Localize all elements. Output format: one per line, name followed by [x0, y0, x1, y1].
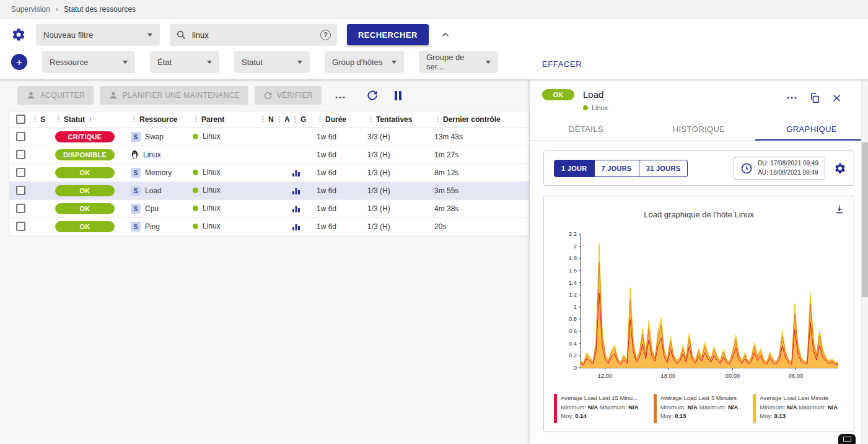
more-actions-icon[interactable] [334, 89, 346, 102]
date-range-picker[interactable]: DU: 17/08/2021 09:49 AU: 18/08/2021 09:4… [734, 157, 825, 180]
col-header-graph[interactable]: ⋮G [292, 111, 317, 128]
drag-handle-icon[interactable]: ⋮ [292, 115, 299, 123]
service-icon: S [131, 168, 141, 178]
panel-more-icon[interactable] [786, 92, 798, 104]
check-button[interactable]: VÉRIFIER [255, 86, 322, 105]
col-header-notes[interactable]: ⋮N [260, 111, 276, 128]
period-31days-button[interactable]: 31 JOURS [639, 160, 688, 177]
col-header-parent[interactable]: ⋮Parent [193, 111, 260, 128]
tab-graph[interactable]: GRAPHIQUE [755, 118, 868, 140]
table-row[interactable]: OK S Ping Linux [9, 217, 530, 235]
table-row[interactable]: DISPONIBLE S Linux [9, 146, 530, 163]
table-row[interactable]: CRITIQUE S Swap Linux [9, 128, 530, 146]
download-icon[interactable] [834, 204, 845, 215]
table-row[interactable]: OK S Memory Linux [9, 163, 530, 181]
maintenance-icon [108, 90, 118, 100]
select-all-checkbox[interactable] [16, 115, 25, 124]
collapse-filters-icon[interactable] [440, 29, 451, 40]
row-checkbox[interactable] [16, 168, 25, 177]
legend-item[interactable]: Average Load Last 5 Minutes Minimum: N/A… [654, 394, 747, 423]
drag-handle-icon[interactable]: ⋮ [193, 115, 199, 123]
graph-icon[interactable] [292, 222, 300, 231]
drag-handle-icon[interactable]: ⋮ [32, 115, 38, 123]
svg-text:0.6: 0.6 [569, 328, 577, 334]
row-checkbox[interactable] [16, 222, 25, 231]
tab-details[interactable]: DÉTAILS [530, 118, 642, 140]
action-cell [276, 128, 292, 146]
graph-icon[interactable] [292, 168, 300, 177]
col-header-resource[interactable]: ⋮Ressource [131, 111, 193, 128]
action-cell [276, 163, 292, 181]
row-checkbox[interactable] [16, 204, 25, 213]
up-status-dot [583, 105, 588, 110]
period-button-group: 1 JOUR 7 JOURS 31 JOURS [554, 160, 688, 177]
row-duration: 1w 6d [317, 163, 367, 181]
row-duration: 1w 6d [317, 181, 367, 199]
period-7days-button[interactable]: 7 JOURS [595, 160, 639, 177]
copy-icon[interactable] [809, 92, 820, 103]
drag-handle-icon[interactable]: ⋮ [276, 115, 283, 123]
col-header-action[interactable]: ⋮A [276, 111, 292, 128]
table-row[interactable]: OK S Load Linux [9, 181, 530, 199]
acknowledge-button[interactable]: ACQUITTER [17, 86, 94, 105]
row-checkbox[interactable] [16, 132, 25, 141]
row-checkbox[interactable] [16, 150, 25, 159]
legend-item[interactable]: Average Load Last 15 Minu... Minimum: N/… [554, 394, 647, 423]
criteria-select-state[interactable]: État [150, 51, 219, 73]
col-header-duration[interactable]: ⋮Durée [317, 111, 367, 128]
criteria-select-hostgroup[interactable]: Group d'hôtes [325, 51, 404, 73]
breadcrumb-item-supervision[interactable]: Supervision [11, 5, 50, 14]
panel-scrollbar[interactable] [861, 79, 868, 444]
action-cell [276, 146, 292, 163]
service-icon: S [131, 132, 141, 142]
parent-wrap: Linux [193, 168, 221, 176]
col-header-last-check[interactable]: ⋮Dernier contrôle [434, 111, 530, 128]
drag-handle-icon[interactable]: ⋮ [367, 115, 374, 123]
settings-icon[interactable] [11, 27, 26, 42]
set-maintenance-button[interactable]: PLANIFIER UNE MAINTENANCE [100, 86, 248, 105]
resource-name: Memory [145, 168, 172, 177]
criteria-label: Groupe de ser... [426, 53, 480, 71]
graph-settings-icon[interactable] [834, 162, 846, 175]
graph-icon[interactable] [292, 186, 300, 195]
row-checkbox[interactable] [16, 186, 25, 195]
close-icon[interactable] [831, 93, 842, 103]
scrollbar-thumb[interactable] [862, 142, 868, 297]
drag-handle-icon[interactable]: ⋮ [55, 115, 62, 123]
service-icon: S [131, 222, 141, 232]
criteria-select-resource[interactable]: Ressource [42, 51, 135, 73]
graph-icon[interactable] [292, 204, 300, 213]
sort-asc-icon[interactable]: ↑ [89, 115, 92, 124]
col-header-status[interactable]: ⋮Statut↑ [55, 111, 131, 128]
help-icon[interactable]: ? [320, 30, 331, 40]
chevron-down-icon [392, 61, 397, 64]
table-row[interactable]: OK S Cpu Linux [9, 199, 530, 217]
col-header-severity[interactable]: ⋮S [32, 111, 55, 128]
add-criteria-button[interactable]: + [11, 54, 27, 70]
svg-text:1.4: 1.4 [569, 279, 577, 286]
tab-history[interactable]: HISTORIQUE [642, 118, 755, 140]
action-cell [276, 199, 292, 217]
load-chart[interactable]: 00.20.40.60.811.21.41.61.822.212:0018:00… [553, 228, 844, 384]
drag-handle-icon[interactable]: ⋮ [260, 115, 266, 123]
clear-filters-button[interactable]: EFFACER [542, 59, 582, 69]
criteria-select-status[interactable]: Statut [234, 51, 310, 73]
drag-handle-icon[interactable]: ⋮ [434, 115, 441, 123]
pip-button[interactable] [838, 434, 856, 444]
col-header-tries[interactable]: ⋮Tentatives [367, 111, 434, 128]
search-button[interactable]: RECHERCHER [347, 24, 429, 45]
main-content: ACQUITTER PLANIFIER UNE MAINTENANCE VÉRI… [0, 79, 868, 444]
refresh-icon[interactable] [366, 89, 379, 102]
legend-item[interactable]: Average Load Last Minute Minimum: N/A Ma… [753, 394, 846, 423]
drag-handle-icon[interactable]: ⋮ [317, 115, 323, 123]
search-input[interactable] [192, 30, 315, 40]
row-last-check: 1m 27s [434, 146, 530, 163]
row-last-check: 3m 55s [434, 181, 530, 199]
period-1day-button[interactable]: 1 JOUR [554, 160, 595, 177]
criteria-select-servicegroup[interactable]: Groupe de ser... [419, 51, 498, 73]
saved-filter-select[interactable]: Nouveau filtre [36, 24, 160, 46]
pause-icon[interactable] [395, 91, 402, 100]
clock-icon [740, 162, 753, 175]
svg-text:1.6: 1.6 [569, 267, 577, 274]
drag-handle-icon[interactable]: ⋮ [131, 115, 138, 123]
